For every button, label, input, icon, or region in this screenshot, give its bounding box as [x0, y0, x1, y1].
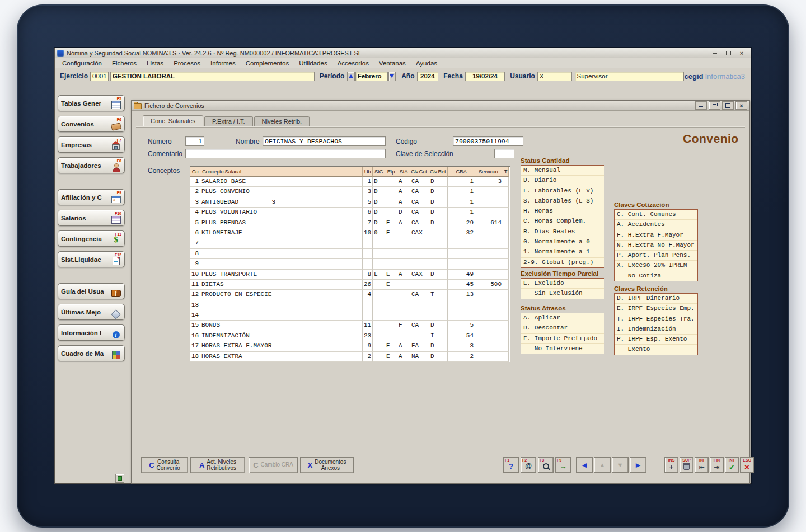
comentario-field[interactable]: [185, 149, 386, 158]
table-row[interactable]: 8: [190, 249, 510, 259]
menu-item[interactable]: Utilidades: [294, 59, 332, 68]
app-titlebar[interactable]: Nómina y Seguridad Social NOMINA3 S · Ve…: [55, 48, 751, 59]
table-row[interactable]: 5 PLUS PRENDAS 7 D E A CA D 29 614: [190, 218, 510, 228]
column-header[interactable]: Clv.Ret.: [429, 167, 448, 177]
key-button[interactable]: INS: [664, 457, 678, 473]
function-button[interactable]: F2: [521, 457, 536, 473]
nav-arrow-button[interactable]: ▶: [630, 457, 646, 473]
sidebar-button[interactable]: Sist.Liquidac F12: [58, 251, 125, 267]
nombre-field[interactable]: OFICINAS Y DESPACHOS: [263, 136, 386, 146]
minimized-window-icon[interactable]: [115, 474, 124, 483]
sidebar-button[interactable]: Afiliación y C F9: [58, 189, 125, 205]
table-row[interactable]: 10 PLUS TRANSPORTE 8 L E A CAX D 49: [190, 270, 510, 280]
clave-seleccion-field[interactable]: [494, 149, 514, 158]
periodo-dropdown-button[interactable]: [388, 72, 396, 81]
sidebar-button[interactable]: Trabajadores F8: [58, 157, 125, 173]
sidebar-button[interactable]: Contingencia F11: [58, 230, 125, 247]
table-row[interactable]: 7: [190, 238, 510, 248]
table-row[interactable]: 4 PLUS VOLUNTARIO 6 D D CA D 1: [190, 208, 510, 218]
menu-item[interactable]: Procesos: [168, 59, 205, 68]
window-close-button[interactable]: ×: [735, 101, 747, 110]
app-maximize-button[interactable]: [724, 50, 733, 57]
sidebar-button[interactable]: Últimas Mejo: [58, 304, 125, 320]
menu-item[interactable]: Ficheros: [107, 59, 142, 68]
sidebar-button[interactable]: Guía del Usua: [58, 283, 125, 299]
table-row[interactable]: 9: [190, 259, 510, 269]
tab[interactable]: Conc. Salariales: [143, 115, 203, 126]
cell-ub: 1: [363, 177, 373, 187]
cell-stc: D: [373, 187, 385, 197]
key-button-label: INI: [695, 458, 708, 462]
table-row[interactable]: 14: [190, 310, 510, 321]
table-row[interactable]: 15 BONUS 11 F CA D 5: [190, 321, 510, 331]
menu-item[interactable]: Informes: [205, 59, 241, 68]
table-row[interactable]: 18 HORAS EXTRA 2 E A NA D 2: [190, 352, 510, 362]
footer-button[interactable]: C Cambio CRA: [249, 457, 298, 473]
tab[interactable]: Niveles Retrib.: [254, 116, 310, 126]
app-minimize-button[interactable]: [710, 50, 719, 57]
menu-item[interactable]: Ventanas: [374, 59, 411, 68]
cell-cra: 5: [448, 321, 475, 331]
menu-item[interactable]: Configuración: [57, 59, 107, 68]
column-header[interactable]: Co: [190, 167, 200, 177]
table-row[interactable]: 12 PRODUCTO EN ESPECIE 4 CA T 13: [190, 290, 510, 300]
column-header[interactable]: Concepto Salarial: [200, 167, 363, 177]
periodo-up-button[interactable]: [347, 72, 355, 81]
sidebar-button[interactable]: Convenios F6: [58, 116, 125, 132]
column-header[interactable]: CRA: [448, 167, 475, 177]
column-header[interactable]: Ub: [363, 167, 373, 177]
window-minimize-button[interactable]: [695, 101, 707, 110]
sidebar-button[interactable]: Tablas Gener F5: [58, 95, 125, 111]
sidebar-button[interactable]: Empresas F7: [58, 136, 125, 153]
table-row[interactable]: 13: [190, 300, 510, 310]
sidebar-button[interactable]: Información I: [58, 324, 125, 341]
menu-item[interactable]: Accesorios: [332, 59, 374, 68]
fecha-field[interactable]: 19/02/24: [465, 72, 505, 81]
tab[interactable]: P.Extra / I.T.: [204, 116, 253, 126]
nav-arrow-button[interactable]: ◀: [576, 457, 593, 473]
key-button[interactable]: INI: [695, 457, 709, 473]
menu-item[interactable]: Listas: [142, 59, 168, 68]
table-row[interactable]: 1 SALARIO BASE 1 D A CA D 1 3: [190, 177, 510, 187]
ejercicio-name-field[interactable]: GESTIÓN LABORAL: [110, 72, 315, 81]
footer-button[interactable]: C Consulta Convenio: [141, 457, 188, 473]
ejercicio-code-field[interactable]: 0001: [90, 72, 109, 81]
anio-field[interactable]: 2024: [417, 72, 439, 81]
usuario-name-field[interactable]: Supervisor: [575, 72, 685, 81]
nav-arrow-button[interactable]: ▲: [594, 457, 611, 473]
table-row[interactable]: 11 DIETAS 26 E 45 500: [190, 280, 510, 290]
footer-button[interactable]: A Act. Niveles Retributivos: [190, 457, 245, 473]
sidebar-button[interactable]: Cuadro de Ma: [58, 345, 125, 361]
column-header[interactable]: StC: [373, 167, 385, 177]
window-titlebar[interactable]: Fichero de Convenios ×: [132, 101, 749, 111]
key-button[interactable]: SUP: [680, 457, 693, 473]
sidebar-button[interactable]: Salarios F10: [58, 210, 125, 226]
window-maximize-button[interactable]: [722, 101, 734, 110]
codigo-field[interactable]: 79000375011994: [453, 136, 523, 146]
footer-button[interactable]: X Documentos Anexos: [300, 457, 354, 473]
table-row[interactable]: 17 HORAS EXTRA F.MAYOR 9 E A FA D 3: [190, 341, 510, 351]
window-restore-button[interactable]: [709, 101, 720, 110]
function-button[interactable]: F1: [503, 457, 519, 473]
app-close-button[interactable]: ×: [737, 50, 746, 57]
column-header[interactable]: Clv.Cot.: [410, 167, 429, 177]
table-row[interactable]: 3 ANTIGÜEDAD 3 5 D A CA D 1: [190, 197, 510, 208]
column-header[interactable]: StA: [397, 167, 410, 177]
key-button[interactable]: INT: [725, 457, 739, 473]
menu-item[interactable]: Ayudas: [411, 59, 442, 68]
function-button[interactable]: F3: [538, 457, 554, 473]
key-button[interactable]: ESC: [740, 457, 754, 473]
function-button[interactable]: F9: [555, 457, 571, 473]
table-row[interactable]: 16 INDEMNIZACIÓN 23 I 54: [190, 331, 510, 341]
column-header[interactable]: T: [503, 167, 509, 177]
column-header[interactable]: Etp: [385, 167, 397, 177]
table-row[interactable]: 2 PLUS CONVENIO 3 D A CA D 1: [190, 187, 510, 197]
key-button[interactable]: FIN: [710, 457, 724, 473]
usuario-code-field[interactable]: X: [537, 72, 572, 81]
periodo-combo[interactable]: Febrero: [355, 72, 388, 81]
menu-item[interactable]: Complementos: [241, 59, 294, 68]
column-header[interactable]: Servicon.: [475, 167, 503, 177]
numero-field[interactable]: 1: [185, 136, 204, 146]
nav-arrow-button[interactable]: ▼: [612, 457, 629, 473]
table-row[interactable]: 6 KILOMETRAJE 10 0 E CAX 32: [190, 228, 510, 238]
